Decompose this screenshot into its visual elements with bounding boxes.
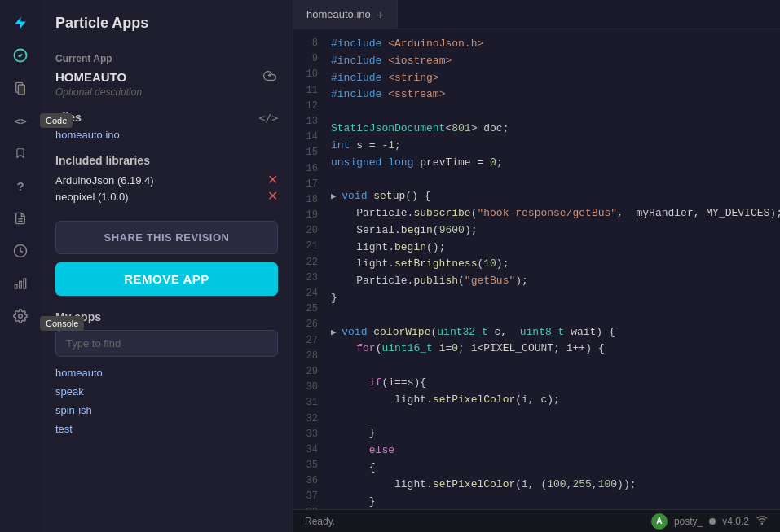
search-input[interactable] bbox=[55, 330, 278, 357]
svg-point-10 bbox=[19, 314, 23, 319]
status-right: A posty_ v4.0.2 bbox=[651, 513, 769, 530]
remove-app-button[interactable]: REMOVE APP bbox=[55, 262, 278, 296]
history-icon[interactable] bbox=[6, 236, 35, 266]
svg-marker-0 bbox=[15, 17, 26, 29]
list-item[interactable]: test bbox=[55, 420, 278, 438]
user-name: posty_ bbox=[674, 516, 703, 527]
files-icon[interactable] bbox=[6, 73, 35, 103]
lib-name-arduinojson: ArduinoJson (6.19.4) bbox=[55, 174, 154, 187]
lib-item-neopixel: neopixel (1.0.0) ✕ bbox=[55, 190, 278, 203]
current-app-label: Current App bbox=[55, 53, 278, 64]
wifi-icon bbox=[756, 514, 769, 528]
svg-rect-8 bbox=[20, 281, 22, 288]
panel-title: Particle Apps bbox=[41, 0, 293, 43]
flash-icon[interactable] bbox=[6, 8, 35, 37]
version-dot-icon bbox=[709, 518, 716, 525]
code-icon[interactable]: <> bbox=[6, 106, 35, 135]
document-icon[interactable] bbox=[6, 204, 35, 233]
editor-area: homeauto.ino + 8910111213141516171819202… bbox=[293, 0, 780, 532]
icon-sidebar: <> Code ? Console bbox=[0, 0, 41, 532]
code-content: #include <ArduinoJson.h> #include <iostr… bbox=[324, 29, 780, 509]
status-bar: Ready. A posty_ v4.0.2 bbox=[293, 509, 780, 532]
lib-name-neopixel: neopixel (1.0.0) bbox=[55, 191, 129, 203]
left-panel: Particle Apps Current App HOMEAUTO Optio… bbox=[41, 0, 293, 532]
bookmark-icon[interactable] bbox=[6, 138, 35, 168]
check-icon[interactable] bbox=[6, 41, 35, 70]
lib-remove-neopixel[interactable]: ✕ bbox=[267, 190, 278, 203]
code-files-icon[interactable]: </> bbox=[259, 112, 278, 124]
svg-rect-3 bbox=[18, 85, 24, 95]
list-item[interactable]: speak bbox=[55, 382, 278, 401]
files-label: Files bbox=[55, 111, 82, 124]
list-item[interactable]: homeauto bbox=[55, 363, 278, 382]
files-section: Files </> bbox=[55, 111, 278, 124]
editor-tab-bar: homeauto.ino + bbox=[293, 0, 780, 29]
my-apps-label: My apps bbox=[55, 310, 278, 323]
included-libs-header: Included libraries bbox=[55, 154, 278, 167]
code-body: 8910111213141516171819202122232425262728… bbox=[293, 29, 780, 509]
line-numbers: 8910111213141516171819202122232425262728… bbox=[293, 29, 324, 509]
settings-icon[interactable] bbox=[6, 301, 35, 331]
file-item[interactable]: homeauto.ino bbox=[55, 129, 278, 141]
cloud-icon bbox=[262, 69, 278, 85]
share-button[interactable]: SHARE THIS REVISION bbox=[55, 221, 278, 254]
svg-rect-7 bbox=[15, 284, 17, 288]
tab-close-icon[interactable]: + bbox=[377, 8, 384, 21]
user-avatar: A bbox=[651, 513, 668, 530]
current-app-desc: Optional description bbox=[55, 86, 278, 98]
tab-label: homeauto.ino bbox=[306, 8, 371, 20]
list-item[interactable]: spin-ish bbox=[55, 401, 278, 420]
lib-remove-arduinojson[interactable]: ✕ bbox=[267, 174, 278, 187]
editor-tab[interactable]: homeauto.ino + bbox=[293, 0, 398, 29]
apps-list: homeauto speak spin-ish test bbox=[55, 363, 278, 438]
help-icon[interactable]: ? bbox=[6, 171, 35, 200]
chart-icon[interactable] bbox=[6, 269, 35, 298]
version-label: v4.0.2 bbox=[722, 516, 749, 527]
svg-rect-9 bbox=[24, 279, 26, 288]
current-app-name: HOMEAUTO bbox=[55, 69, 278, 85]
lib-item-arduinojson: ArduinoJson (6.19.4) ✕ bbox=[55, 174, 278, 187]
status-ready: Ready. bbox=[305, 516, 335, 527]
svg-point-11 bbox=[761, 523, 762, 524]
panel-content: Current App HOMEAUTO Optional descriptio… bbox=[41, 43, 293, 532]
